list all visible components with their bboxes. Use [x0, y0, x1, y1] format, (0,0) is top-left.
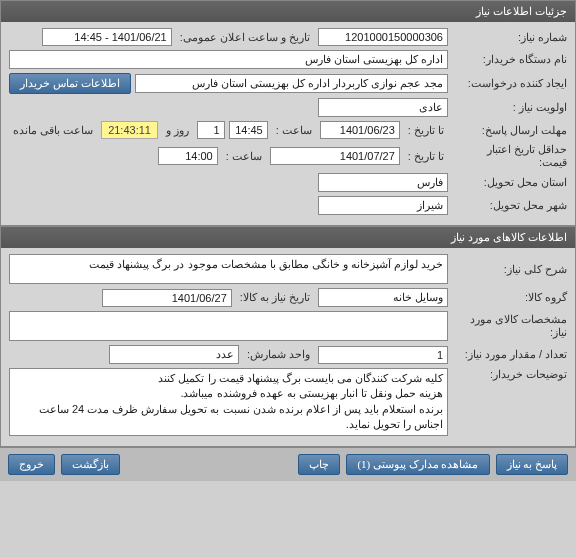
row-requester: ایجاد کننده درخواست: مجد عجم نوازی کاربر…	[9, 73, 567, 94]
group-date-lbl: تاریخ نیاز به کالا:	[236, 291, 314, 304]
validity-sub: تا تاریخ :	[404, 150, 448, 163]
deadline-date: 1401/06/23	[320, 121, 400, 139]
need-details-panel: جزئیات اطلاعات نیاز شماره نیاز: 12010001…	[0, 0, 576, 226]
back-button[interactable]: بازگشت	[61, 454, 120, 475]
validity-date: 1401/07/27	[270, 147, 400, 165]
group-label: گروه کالا:	[452, 291, 567, 304]
row-group: گروه کالا: وسایل خانه تاریخ نیاز به کالا…	[9, 288, 567, 307]
spec-value	[9, 311, 448, 341]
row-priority: اولویت نیاز : عادی	[9, 98, 567, 117]
row-qty: تعداد / مقدار مورد نیاز: 1 واحد شمارش: ع…	[9, 345, 567, 364]
priority-label: اولویت نیاز :	[452, 101, 567, 114]
row-spec: مشخصات کالای مورد نیاز:	[9, 311, 567, 341]
city-label: شهر محل تحویل:	[452, 199, 567, 212]
contact-buyer-button[interactable]: اطلاعات تماس خریدار	[9, 73, 131, 94]
footer-toolbar: پاسخ به نیاز مشاهده مدارک پیوستی (1) چاپ…	[0, 447, 576, 481]
panel2-body: شرح کلی نیاز: خرید لوازم آشپزخانه و خانگ…	[1, 248, 575, 446]
respond-button[interactable]: پاسخ به نیاز	[496, 454, 569, 475]
city-value: شیراز	[318, 196, 448, 215]
deadline-time: 14:45	[229, 121, 268, 139]
desc-value: خرید لوازم آشپزخانه و خانگی مطابق با مشخ…	[9, 254, 448, 284]
priority-value: عادی	[318, 98, 448, 117]
deadline-time-lbl: ساعت :	[272, 124, 316, 137]
requester-value: مجد عجم نوازی کاربردار اداره کل بهزیستی …	[135, 74, 449, 93]
row-city: شهر محل تحویل: شیراز	[9, 196, 567, 215]
row-deadline: مهلت ارسال پاسخ: تا تاریخ : 1401/06/23 س…	[9, 121, 567, 139]
need-no-label: شماره نیاز:	[452, 31, 567, 44]
deadline-days: 1	[197, 121, 225, 139]
row-validity: حداقل تاریخ اعتبار قیمت: تا تاریخ : 1401…	[9, 143, 567, 169]
notes-label: توضیحات خریدار:	[452, 368, 567, 381]
requester-label: ایجاد کننده درخواست:	[452, 77, 567, 90]
public-announce-value: 1401/06/21 - 14:45	[42, 28, 172, 46]
validity-time: 14:00	[158, 147, 218, 165]
row-need-no: شماره نیاز: 1201000150000306 تاریخ و ساع…	[9, 28, 567, 46]
validity-label: حداقل تاریخ اعتبار قیمت:	[452, 143, 567, 169]
exit-button[interactable]: خروج	[8, 454, 55, 475]
public-announce-label: تاریخ و ساعت اعلان عمومی:	[176, 31, 314, 44]
province-value: فارس	[318, 173, 448, 192]
buyer-label: نام دستگاه خریدار:	[452, 53, 567, 66]
unit-lbl: واحد شمارش:	[243, 348, 314, 361]
unit-value: عدد	[109, 345, 239, 364]
deadline-days-lbl: روز و	[162, 124, 193, 137]
notes-value: کلیه شرکت کنندگان می بایست برگ پیشنهاد ق…	[9, 368, 448, 436]
qty-value: 1	[318, 346, 448, 364]
goods-info-panel: اطلاعات کالاهای مورد نیاز شرح کلی نیاز: …	[0, 226, 576, 447]
panel1-body: شماره نیاز: 1201000150000306 تاریخ و ساع…	[1, 22, 575, 225]
row-desc: شرح کلی نیاز: خرید لوازم آشپزخانه و خانگ…	[9, 254, 567, 284]
spec-label: مشخصات کالای مورد نیاز:	[452, 313, 567, 339]
province-label: استان محل تحویل:	[452, 176, 567, 189]
print-button[interactable]: چاپ	[298, 454, 340, 475]
desc-label: شرح کلی نیاز:	[452, 263, 567, 276]
group-date-value: 1401/06/27	[102, 289, 232, 307]
buyer-value: اداره کل بهزیستی استان فارس	[9, 50, 448, 69]
deadline-label: مهلت ارسال پاسخ:	[452, 124, 567, 137]
row-notes: توضیحات خریدار: کلیه شرکت کنندگان می بای…	[9, 368, 567, 436]
validity-time-lbl: ساعت :	[222, 150, 266, 163]
deadline-remaining-time: 21:43:11	[101, 121, 158, 139]
row-buyer: نام دستگاه خریدار: اداره کل بهزیستی استا…	[9, 50, 567, 69]
deadline-remain-lbl: ساعت باقی مانده	[9, 124, 97, 137]
panel1-header: جزئیات اطلاعات نیاز	[1, 1, 575, 22]
need-no-value: 1201000150000306	[318, 28, 448, 46]
footer-spacer	[126, 454, 292, 475]
panel2-header: اطلاعات کالاهای مورد نیاز	[1, 227, 575, 248]
row-province: استان محل تحویل: فارس	[9, 173, 567, 192]
view-attachments-button[interactable]: مشاهده مدارک پیوستی (1)	[346, 454, 489, 475]
group-value: وسایل خانه	[318, 288, 448, 307]
qty-label: تعداد / مقدار مورد نیاز:	[452, 348, 567, 361]
deadline-sub: تا تاریخ :	[404, 124, 448, 137]
